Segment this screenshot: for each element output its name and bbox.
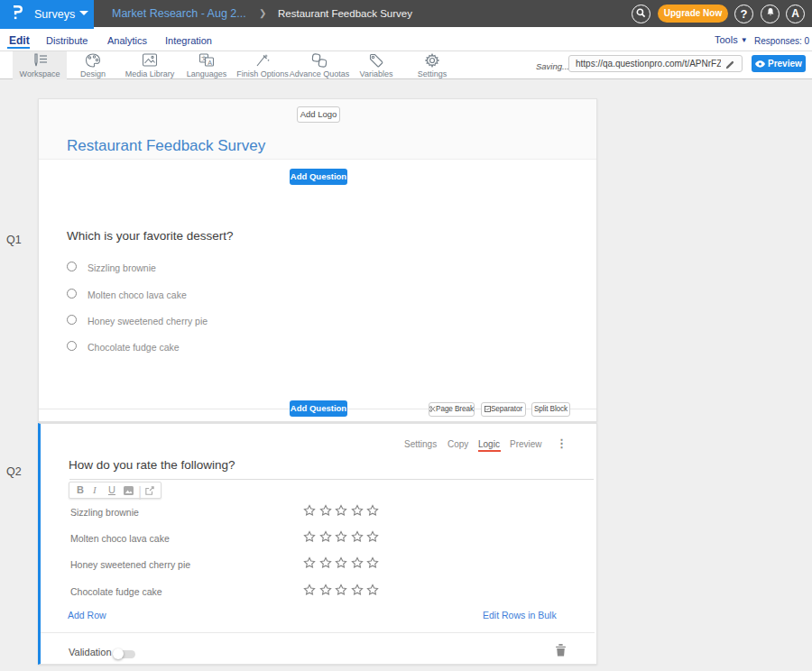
svg-text:A: A bbox=[208, 60, 212, 66]
svg-text:文: 文 bbox=[201, 55, 208, 61]
